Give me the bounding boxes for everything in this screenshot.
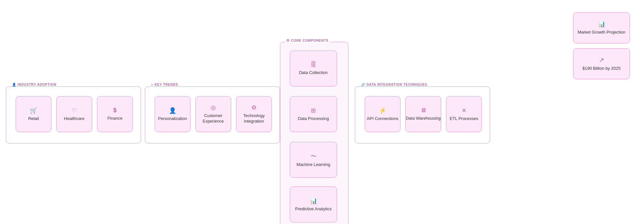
node-data-processing[interactable]: ⊞ Data Processing <box>290 96 337 132</box>
node-finance[interactable]: $ Finance <box>97 96 133 132</box>
data-warehousing-icon: 🖥 <box>420 107 426 114</box>
machine-learning-icon: 〜 <box>311 152 316 160</box>
node-technology-integration[interactable]: ⚙ Technology Integration <box>236 96 272 132</box>
api-connections-label: API Connections <box>367 116 399 122</box>
node-personalization[interactable]: 👤 Personalization <box>155 96 190 132</box>
data-collection-icon: 🗄 <box>311 61 316 68</box>
billion-2025-icon: ↗ <box>599 56 604 64</box>
node-healthcare[interactable]: ♡ Healthcare <box>56 96 92 132</box>
group-data-integration-label: 🔗 DATA INTEGRATION TECHNIQUES <box>360 83 429 86</box>
data-processing-label: Data Processing <box>298 116 329 122</box>
api-connections-icon: ⚡ <box>379 107 386 114</box>
finance-label: Finance <box>107 116 122 121</box>
finance-icon: $ <box>113 107 117 114</box>
retail-icon: 🛒 <box>30 107 37 114</box>
etl-processes-icon: ✕ <box>462 107 467 114</box>
customer-experience-icon: ◎ <box>211 104 216 111</box>
node-api-connections[interactable]: ⚡ API Connections <box>365 96 400 132</box>
node-predictive-analytics[interactable]: 📊 Predictive Analytics <box>290 187 337 222</box>
node-machine-learning[interactable]: 〜 Machine Learning <box>290 142 337 178</box>
predictive-analytics-icon: 📊 <box>310 197 317 204</box>
technology-integration-label: Technology Integration <box>236 113 272 124</box>
card-billion-2025[interactable]: ↗ $190 Billion by 2025 <box>573 48 630 79</box>
node-customer-experience[interactable]: ◎ Customer Experience <box>195 96 231 132</box>
market-growth-label: Market Growth Projection <box>578 30 625 35</box>
node-data-warehousing[interactable]: 🖥 Data Warehousing <box>405 96 441 132</box>
market-growth-icon: 📊 <box>598 21 605 28</box>
diagram-container: 👤 INDUSTRY ADOPTION ≡ KEY TRENDS ⊙ CORE … <box>0 0 644 224</box>
node-etl-processes[interactable]: ✕ ETL Processes <box>446 96 482 132</box>
machine-learning-label: Machine Learning <box>297 162 330 168</box>
etl-processes-label: ETL Processes <box>450 116 478 122</box>
customer-experience-label: Customer Experience <box>196 113 231 124</box>
data-collection-label: Data Collection <box>299 70 328 76</box>
node-retail[interactable]: 🛒 Retail <box>16 96 51 132</box>
personalization-icon: 👤 <box>169 107 176 114</box>
group-key-trends-label: ≡ KEY TRENDS <box>150 83 179 86</box>
billion-2025-label: $190 Billion by 2025 <box>582 66 621 71</box>
group-industry-adoption-label: 👤 INDUSTRY ADOPTION <box>11 83 58 86</box>
healthcare-label: Healthcare <box>64 116 85 122</box>
card-market-growth[interactable]: 📊 Market Growth Projection <box>573 12 630 43</box>
healthcare-icon: ♡ <box>72 107 77 114</box>
data-processing-icon: ⊞ <box>311 107 316 114</box>
personalization-label: Personalization <box>158 116 187 122</box>
technology-integration-icon: ⚙ <box>251 104 257 111</box>
node-data-collection[interactable]: 🗄 Data Collection <box>290 51 337 86</box>
data-warehousing-label: Data Warehousing <box>406 116 441 121</box>
retail-label: Retail <box>28 116 39 122</box>
group-core-components-label: ⊙ CORE COMPONENTS <box>285 38 330 43</box>
predictive-analytics-label: Predictive Analytics <box>295 206 332 212</box>
